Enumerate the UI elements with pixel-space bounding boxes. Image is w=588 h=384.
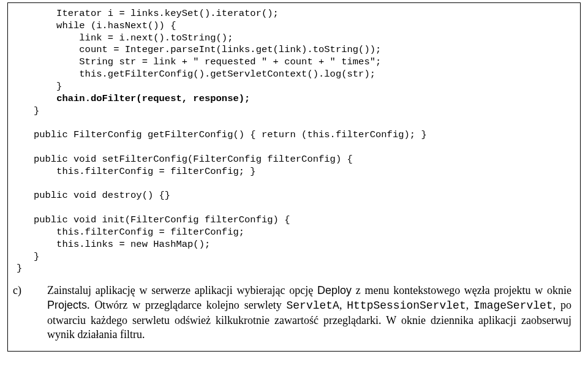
instruction-paragraph: c)Zainstaluj aplikację w serwerze aplika…	[17, 284, 571, 342]
code-line: this.filterConfig = filterConfig; }	[17, 166, 256, 177]
code-line: String str = link + " requested " + coun…	[17, 56, 381, 67]
code-line: }	[17, 251, 39, 262]
code-line: this.getFilterConfig().getServletContext…	[17, 69, 375, 80]
code-line: link = i.next().toString();	[17, 32, 233, 43]
servlet-name: ServletA	[286, 299, 339, 312]
code-line: public void init(FilterConfig filterConf…	[17, 214, 290, 225]
ui-term-deploy: Deploy	[317, 284, 352, 296]
code-line: public FilterConfig getFilterConfig() { …	[17, 129, 427, 140]
code-line	[17, 93, 56, 104]
code-line: count = Integer.parseInt(links.get(link)…	[17, 44, 381, 55]
prose-text: . Otwórz w przeglądarce kolejno serwlety	[87, 299, 286, 311]
prose-text: Zainstaluj aplikację w serwerze aplikacj…	[47, 284, 317, 296]
code-line: public void setFilterConfig(FilterConfig…	[17, 154, 353, 165]
code-line: }	[17, 105, 39, 116]
ui-term-projects: Projects	[47, 299, 87, 311]
code-line: }	[17, 263, 22, 274]
prose-text: ,	[466, 299, 473, 311]
servlet-name: HttpSessionServlet	[347, 299, 466, 312]
code-block: Iterator i = links.keySet().iterator(); …	[17, 8, 571, 275]
code-line: public void destroy() {}	[17, 190, 170, 201]
list-label: c)	[30, 284, 47, 298]
code-line: while (i.hasNext()) {	[17, 20, 176, 31]
document-frame: Iterator i = links.keySet().iterator(); …	[7, 2, 581, 352]
code-line: Iterator i = links.keySet().iterator();	[17, 8, 279, 19]
servlet-name: ImageServlet	[473, 299, 553, 312]
code-line-bold: chain.doFilter(request, response);	[56, 93, 250, 104]
code-line: this.filterConfig = filterConfig;	[17, 227, 244, 238]
prose-text: z menu kontekstowego węzła projektu w ok…	[352, 284, 571, 296]
prose-text: ,	[339, 299, 347, 311]
code-line: this.links = new HashMap();	[17, 239, 210, 250]
code-line: }	[17, 81, 62, 92]
